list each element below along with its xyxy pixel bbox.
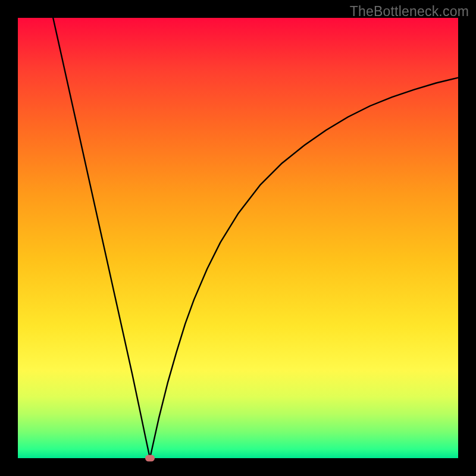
watermark-text: TheBottleneck.com xyxy=(350,4,469,20)
chart-frame: TheBottleneck.com xyxy=(0,0,476,476)
optimum-marker xyxy=(145,455,155,462)
plot-area xyxy=(18,18,458,458)
